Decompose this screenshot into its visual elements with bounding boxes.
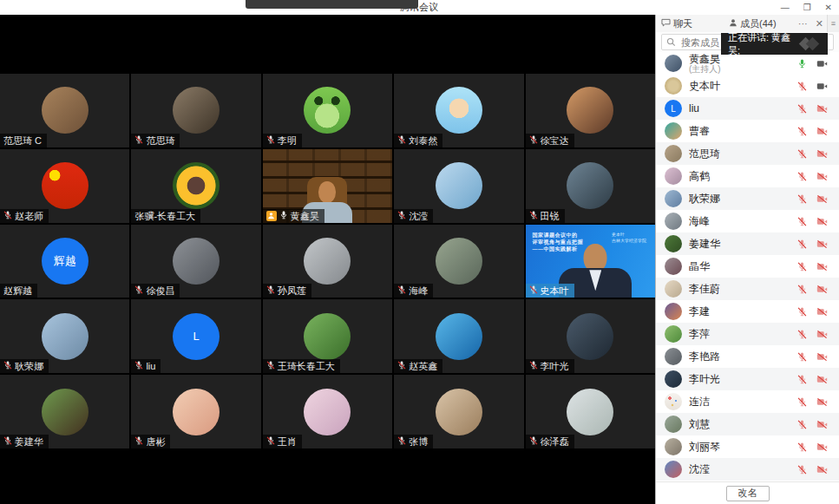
member-mic-muted-icon[interactable] (796, 285, 809, 294)
member-mic-muted-icon[interactable] (796, 194, 809, 204)
video-tile[interactable]: 唐彬 (131, 375, 260, 448)
member-mic-muted-icon[interactable] (796, 330, 809, 339)
video-tile[interactable]: 国家课题会议中的评审视角与重点把握——中国实践解析史本叶吉林大学经济学院 史本叶 (526, 225, 655, 298)
member-row[interactable]: 李建 (656, 300, 839, 323)
video-tile[interactable]: 耿荣娜 (0, 299, 129, 373)
video-tile[interactable]: 范思琦 C (0, 74, 129, 147)
video-tile[interactable]: L liu (131, 299, 260, 373)
member-mic-muted-icon[interactable] (796, 442, 809, 452)
member-camera-off-icon[interactable] (816, 285, 829, 294)
member-camera-off-icon[interactable] (816, 330, 829, 339)
member-row[interactable]: 曹睿 (656, 120, 839, 142)
member-mic-muted-icon[interactable] (796, 217, 809, 226)
member-mic-muted-icon[interactable] (796, 82, 809, 91)
member-camera-off-icon[interactable] (816, 149, 829, 159)
mic-on-icon (279, 211, 288, 221)
member-camera-off-icon[interactable] (816, 172, 829, 181)
member-row[interactable]: 李萍 (656, 323, 839, 345)
member-camera-off-icon[interactable] (816, 397, 829, 407)
member-camera-off-icon[interactable] (816, 262, 829, 272)
member-camera-off-icon[interactable] (816, 375, 829, 384)
video-tile[interactable]: 孙凤莲 (263, 225, 392, 298)
member-row[interactable]: 连洁 (656, 390, 839, 413)
member-mic-muted-icon[interactable] (796, 149, 809, 159)
member-mic-muted-icon[interactable] (796, 127, 809, 136)
member-camera-off-icon[interactable] (816, 442, 829, 452)
video-tile[interactable]: 范思琦 (131, 74, 260, 147)
video-tile[interactable]: 黄鑫昊 (263, 149, 392, 223)
member-row[interactable]: 晶华 (656, 255, 839, 278)
member-camera-off-icon[interactable] (816, 127, 829, 136)
member-row[interactable]: 沈滢 (656, 458, 839, 481)
member-camera-on-icon[interactable] (816, 82, 829, 91)
video-tile[interactable]: 刘泰然 (394, 74, 523, 147)
rename-button[interactable]: 改名 (726, 486, 770, 501)
member-mic-muted-icon[interactable] (796, 172, 809, 181)
video-tile[interactable]: 姜建华 (0, 375, 129, 448)
video-tile[interactable]: 田锐 (526, 149, 655, 223)
video-tile[interactable]: 徐宝达 (526, 74, 655, 147)
video-tile[interactable]: 王琦长春工大 (263, 299, 392, 373)
member-mic-on-icon[interactable] (796, 59, 809, 69)
member-row[interactable]: 刘慧 (656, 413, 839, 435)
member-mic-muted-icon[interactable] (796, 375, 809, 384)
close-window-button[interactable]: ✕ (825, 3, 832, 12)
panel-collapse-handle[interactable]: ≡ (827, 15, 839, 32)
member-avatar (665, 325, 682, 343)
participant-name: 孙凤莲 (278, 285, 306, 296)
tab-members[interactable]: 成员(44) (729, 15, 777, 32)
minimize-button[interactable]: — (781, 3, 790, 12)
member-row[interactable]: 耿荣娜 (656, 187, 839, 210)
member-mic-muted-icon[interactable] (796, 465, 809, 475)
member-camera-on-icon[interactable] (816, 59, 829, 69)
participant-name: 史本叶 (541, 285, 569, 296)
member-camera-off-icon[interactable] (816, 420, 829, 429)
member-camera-off-icon[interactable] (816, 217, 829, 226)
member-row[interactable]: 高鹤 (656, 165, 839, 187)
video-tile[interactable]: 沈滢 (394, 149, 523, 223)
video-tile[interactable]: 张博 (394, 375, 523, 448)
tab-chat[interactable]: 聊天 (661, 15, 692, 32)
video-tile[interactable]: 海峰 (394, 225, 523, 298)
member-row[interactable]: 史本叶 (656, 75, 839, 97)
member-mic-muted-icon[interactable] (796, 420, 809, 429)
member-mic-muted-icon[interactable] (796, 262, 809, 272)
member-camera-off-icon[interactable] (816, 239, 829, 249)
member-row[interactable]: 李叶光 (656, 368, 839, 390)
restore-button[interactable]: ❐ (803, 3, 811, 12)
participant-avatar (436, 389, 482, 435)
member-mic-muted-icon[interactable] (796, 307, 809, 317)
video-tile[interactable]: 李叶光 (526, 299, 655, 373)
video-tile[interactable]: 辉越 赵辉越 (0, 225, 129, 298)
member-camera-off-icon[interactable] (816, 307, 829, 317)
member-row[interactable]: 李艳路 (656, 345, 839, 368)
video-tile[interactable]: 徐俊昌 (131, 225, 260, 298)
member-row[interactable]: 刘丽琴 (656, 435, 839, 458)
video-tile[interactable]: 徐泽磊 (526, 375, 655, 448)
participant-avatar (304, 389, 351, 435)
video-tile[interactable]: 王肖 (263, 375, 392, 448)
member-mic-muted-icon[interactable] (796, 352, 809, 362)
panel-more-button[interactable]: ··· (798, 18, 808, 29)
member-camera-off-icon[interactable] (816, 104, 829, 114)
member-list[interactable]: 黄鑫昊 (主持人) 史本叶 (656, 52, 839, 482)
member-row[interactable]: 范思琦 (656, 142, 839, 165)
video-tile[interactable]: 李明 (263, 74, 392, 147)
participant-avatar (173, 162, 220, 209)
member-row[interactable]: 李佳蔚 (656, 278, 839, 300)
video-tile[interactable]: 赵老师 (0, 149, 129, 223)
meeting-topbar-collapsed[interactable] (246, 0, 418, 9)
member-camera-off-icon[interactable] (816, 352, 829, 362)
video-tile[interactable]: 赵英鑫 (394, 299, 523, 373)
video-tile[interactable]: 张骥-长春工大 (131, 149, 260, 223)
member-row[interactable]: 海峰 (656, 210, 839, 232)
member-row[interactable]: 姜建华 (656, 232, 839, 255)
member-mic-muted-icon[interactable] (796, 239, 809, 249)
member-mic-muted-icon[interactable] (796, 397, 809, 407)
member-row[interactable]: L liu (656, 97, 839, 120)
member-camera-off-icon[interactable] (816, 465, 829, 475)
tile-name-label: 王琦长春工大 (263, 359, 340, 373)
member-camera-off-icon[interactable] (816, 194, 829, 204)
panel-close-button[interactable]: ✕ (816, 18, 823, 29)
member-mic-muted-icon[interactable] (796, 104, 809, 114)
